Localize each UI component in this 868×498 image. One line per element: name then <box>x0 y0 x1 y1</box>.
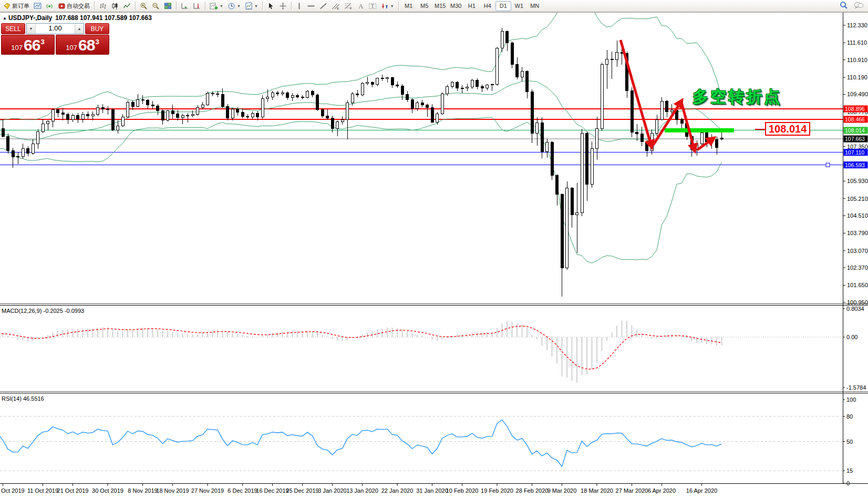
candle-body <box>81 114 84 119</box>
macd-tick-label: -1.5784 <box>846 384 866 391</box>
candle-body <box>296 96 299 97</box>
candle-body <box>321 109 324 116</box>
price-tick-label: 104.510 <box>847 212 868 219</box>
candle-body <box>197 107 199 114</box>
macd-signal-line <box>0 326 722 369</box>
candle-body <box>481 86 483 88</box>
candle-body <box>17 157 19 157</box>
price-callout-label[interactable]: 108.014 <box>765 122 810 136</box>
candle-body <box>336 121 339 128</box>
candle-body <box>486 85 489 88</box>
candle-body <box>161 111 164 120</box>
candle-body <box>386 78 389 79</box>
price-tick-label: 109.490 <box>847 91 868 97</box>
one-click-trading-panel: SELL ▼ 1.00 ▲ BUY 107663 107683 <box>1 23 109 55</box>
candle-body <box>506 32 509 43</box>
candle-body <box>57 110 59 113</box>
candle-body <box>396 85 399 86</box>
volume-decrease-button[interactable]: ▼ <box>27 24 36 34</box>
price-label-text: 108.896 <box>845 106 865 112</box>
candle-body <box>281 93 284 94</box>
macd-name: MACD(12,26,9) <box>2 308 42 314</box>
candle-body <box>546 142 549 152</box>
candle-body <box>556 175 559 194</box>
candle-body <box>596 129 598 149</box>
date-label: 22 Jan 2020 <box>381 487 414 494</box>
candle-body <box>236 109 239 113</box>
candle-body <box>436 114 439 123</box>
date-label: 10 Feb 2020 <box>446 487 479 494</box>
candle-body <box>670 110 673 112</box>
macd-tick-label: 0.00 <box>846 334 857 340</box>
price-callout-leader <box>755 129 765 130</box>
macd-layer <box>0 320 843 383</box>
candle-body <box>341 120 344 122</box>
volume-increase-button[interactable]: ▲ <box>75 24 84 34</box>
candle-body <box>351 94 354 103</box>
symbol-period-label: USDJPY-,Daily <box>8 14 52 22</box>
candle-body <box>256 113 259 117</box>
candle-body <box>137 99 139 106</box>
buy-price-small: 107 <box>66 44 77 52</box>
date-label: 6 Dec 2019 <box>228 487 257 494</box>
candle-body <box>111 110 114 130</box>
candle-body <box>371 83 374 85</box>
candle-body <box>551 142 553 175</box>
chart-canvas[interactable]: 112.330111.610110.910110.190109.490108.7… <box>0 0 868 498</box>
candle-body <box>51 110 54 121</box>
candle-body <box>471 80 473 87</box>
candle-body <box>221 94 224 106</box>
candle-body <box>576 213 578 215</box>
candle-body <box>501 32 503 48</box>
buy-button[interactable]: BUY <box>85 23 109 34</box>
candle-body <box>191 115 194 115</box>
candle-body <box>181 116 184 117</box>
candle-body <box>716 140 718 148</box>
sell-price-box[interactable]: 107663 <box>1 35 55 55</box>
price-tick-label: 101.650 <box>847 282 868 288</box>
candle-body <box>366 83 369 84</box>
volume-value[interactable]: 1.00 <box>36 24 75 34</box>
rsi-layer <box>0 416 843 471</box>
rsi-tick-label: 50 <box>846 439 853 445</box>
candle-body <box>526 72 529 92</box>
rsi-tick-label: 80 <box>846 413 853 420</box>
candle-body <box>177 114 179 117</box>
candle-body <box>621 52 623 53</box>
candle-body <box>446 86 449 94</box>
rsi-line <box>0 420 722 466</box>
buy-price-box[interactable]: 107683 <box>56 35 109 55</box>
candle-body <box>71 116 74 120</box>
candle-body <box>121 117 124 126</box>
candle-body <box>666 101 668 111</box>
candle-body <box>2 129 4 137</box>
candle-body <box>640 134 643 142</box>
candle-body <box>561 194 563 268</box>
candle-body <box>117 126 119 130</box>
price-tick-label: 103.070 <box>847 248 868 254</box>
candle-body <box>306 91 309 97</box>
candle-body <box>211 94 214 94</box>
candle-body <box>531 92 533 134</box>
candle-body <box>346 103 349 120</box>
price-tick-label: 105.210 <box>847 196 868 202</box>
main-chart-layer <box>0 0 843 297</box>
candle-body <box>251 113 254 117</box>
candle-body <box>421 103 423 105</box>
candle-body <box>406 94 409 99</box>
candle-body <box>67 115 69 120</box>
candle-body <box>496 48 499 85</box>
candle-body <box>42 124 44 131</box>
candle-body <box>91 114 94 116</box>
rsi-indicator-label: RSI(14) 46.5516 <box>2 395 44 402</box>
date-label: 25 Dec 2019 <box>286 487 318 494</box>
sell-button[interactable]: SELL <box>1 23 25 34</box>
macd-tick-label: 0.8034 <box>846 306 864 312</box>
collapse-triangle-icon[interactable]: ▲ <box>3 16 7 21</box>
candle-body <box>706 133 708 142</box>
candle-body <box>521 72 523 77</box>
price-tick-label: 100.950 <box>847 299 868 306</box>
candle-body <box>7 137 9 151</box>
date-label: 27 Mar 2020 <box>616 487 648 494</box>
date-label: 28 Feb 2020 <box>516 487 549 494</box>
